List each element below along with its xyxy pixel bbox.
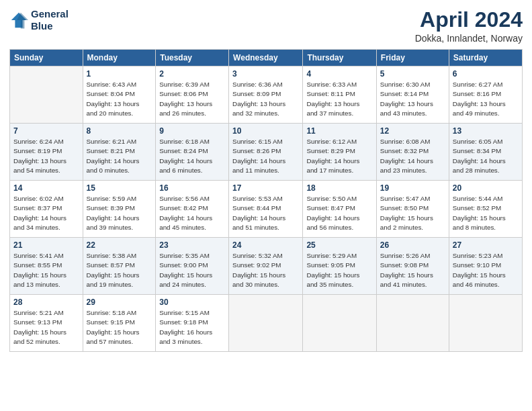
day-header-saturday: Saturday [449,50,522,66]
day-number: 17 [232,183,299,193]
day-number: 12 [380,126,445,136]
day-info: Sunrise: 6:02 AM Sunset: 8:37 PM Dayligh… [13,194,79,232]
day-info: Sunrise: 5:35 AM Sunset: 9:00 PM Dayligh… [159,251,225,289]
calendar-week-3: 14Sunrise: 6:02 AM Sunset: 8:37 PM Dayli… [10,181,523,238]
calendar-day [229,295,303,352]
day-info: Sunrise: 5:41 AM Sunset: 8:55 PM Dayligh… [13,251,79,289]
calendar-day: 21Sunrise: 5:41 AM Sunset: 8:55 PM Dayli… [10,238,83,295]
calendar-day: 4Sunrise: 6:33 AM Sunset: 8:11 PM Daylig… [303,66,376,124]
day-header-friday: Friday [376,50,449,66]
day-info: Sunrise: 6:24 AM Sunset: 8:19 PM Dayligh… [13,137,79,175]
calendar-day: 2Sunrise: 6:39 AM Sunset: 8:06 PM Daylig… [156,66,229,124]
calendar-day: 25Sunrise: 5:29 AM Sunset: 9:05 PM Dayli… [303,238,376,295]
calendar-week-2: 7Sunrise: 6:24 AM Sunset: 8:19 PM Daylig… [10,124,523,181]
calendar-week-5: 28Sunrise: 5:21 AM Sunset: 9:13 PM Dayli… [10,295,523,352]
calendar-day: 23Sunrise: 5:35 AM Sunset: 9:00 PM Dayli… [156,238,229,295]
calendar-day: 5Sunrise: 6:30 AM Sunset: 8:14 PM Daylig… [376,66,449,124]
day-number: 26 [380,240,445,250]
day-info: Sunrise: 6:15 AM Sunset: 8:26 PM Dayligh… [232,137,299,175]
day-info: Sunrise: 6:33 AM Sunset: 8:11 PM Dayligh… [306,80,372,118]
calendar-day: 15Sunrise: 5:59 AM Sunset: 8:39 PM Dayli… [83,181,156,238]
day-info: Sunrise: 5:21 AM Sunset: 9:13 PM Dayligh… [13,308,79,347]
day-number: 15 [87,183,152,193]
day-number: 13 [453,126,519,136]
day-number: 1 [87,69,152,79]
day-header-sunday: Sunday [10,50,83,66]
subtitle: Dokka, Innlandet, Norway [415,33,523,44]
day-info: Sunrise: 6:30 AM Sunset: 8:14 PM Dayligh… [380,80,445,118]
day-info: Sunrise: 5:50 AM Sunset: 8:47 PM Dayligh… [306,194,372,232]
day-info: Sunrise: 5:32 AM Sunset: 9:02 PM Dayligh… [232,251,299,289]
day-info: Sunrise: 5:29 AM Sunset: 9:05 PM Dayligh… [306,251,372,289]
calendar-day: 10Sunrise: 6:15 AM Sunset: 8:26 PM Dayli… [229,124,303,181]
day-info: Sunrise: 6:21 AM Sunset: 8:21 PM Dayligh… [87,137,152,175]
calendar-day: 27Sunrise: 5:23 AM Sunset: 9:10 PM Dayli… [449,238,522,295]
calendar-day: 17Sunrise: 5:53 AM Sunset: 8:44 PM Dayli… [229,181,303,238]
calendar-day: 19Sunrise: 5:47 AM Sunset: 8:50 PM Dayli… [376,181,449,238]
page-container: General Blue April 2024 Dokka, Innlandet… [0,0,532,359]
day-number: 23 [159,240,225,250]
calendar-day: 9Sunrise: 6:18 AM Sunset: 8:24 PM Daylig… [156,124,229,181]
day-number: 3 [232,69,299,79]
day-info: Sunrise: 5:56 AM Sunset: 8:42 PM Dayligh… [159,194,225,232]
day-number: 4 [306,69,372,79]
logo-text-line2: Blue [31,20,69,32]
calendar-day: 24Sunrise: 5:32 AM Sunset: 9:02 PM Dayli… [229,238,303,295]
calendar-table: SundayMondayTuesdayWednesdayThursdayFrid… [9,49,523,352]
day-number: 16 [159,183,225,193]
calendar-header-row: SundayMondayTuesdayWednesdayThursdayFrid… [10,50,523,66]
day-header-thursday: Thursday [303,50,376,66]
day-info: Sunrise: 6:36 AM Sunset: 8:09 PM Dayligh… [232,80,299,118]
day-number: 28 [13,298,79,307]
day-info: Sunrise: 5:47 AM Sunset: 8:50 PM Dayligh… [380,194,445,232]
day-header-monday: Monday [83,50,156,66]
day-info: Sunrise: 6:43 AM Sunset: 8:04 PM Dayligh… [87,80,152,118]
calendar-day: 11Sunrise: 6:12 AM Sunset: 8:29 PM Dayli… [303,124,376,181]
calendar-day: 13Sunrise: 6:05 AM Sunset: 8:34 PM Dayli… [449,124,522,181]
title-block: April 2024 Dokka, Innlandet, Norway [415,8,523,44]
calendar-day [449,295,522,352]
day-number: 14 [13,183,79,193]
calendar-day: 30Sunrise: 5:15 AM Sunset: 9:18 PM Dayli… [156,295,229,352]
day-number: 18 [306,183,372,193]
calendar-day [303,295,376,352]
logo-icon [9,11,28,30]
calendar-day: 22Sunrise: 5:38 AM Sunset: 8:57 PM Dayli… [83,238,156,295]
header: General Blue April 2024 Dokka, Innlandet… [9,8,523,44]
day-number: 27 [453,240,519,250]
calendar-day: 26Sunrise: 5:26 AM Sunset: 9:08 PM Dayli… [376,238,449,295]
day-number: 6 [453,69,519,79]
day-number: 30 [159,298,225,307]
calendar-day: 12Sunrise: 6:08 AM Sunset: 8:32 PM Dayli… [376,124,449,181]
calendar-day: 14Sunrise: 6:02 AM Sunset: 8:37 PM Dayli… [10,181,83,238]
day-header-tuesday: Tuesday [156,50,229,66]
calendar-day: 29Sunrise: 5:18 AM Sunset: 9:15 PM Dayli… [83,295,156,352]
day-number: 22 [87,240,152,250]
day-number: 29 [87,298,152,307]
day-info: Sunrise: 5:59 AM Sunset: 8:39 PM Dayligh… [87,194,152,232]
day-number: 25 [306,240,372,250]
day-number: 21 [13,240,79,250]
calendar-day [10,66,83,124]
day-info: Sunrise: 5:18 AM Sunset: 9:15 PM Dayligh… [87,308,152,347]
calendar-day: 7Sunrise: 6:24 AM Sunset: 8:19 PM Daylig… [10,124,83,181]
day-info: Sunrise: 6:39 AM Sunset: 8:06 PM Dayligh… [159,80,225,118]
main-title: April 2024 [415,8,523,32]
logo: General Blue [9,8,69,32]
calendar-day: 20Sunrise: 5:44 AM Sunset: 8:52 PM Dayli… [449,181,522,238]
day-info: Sunrise: 5:44 AM Sunset: 8:52 PM Dayligh… [453,194,519,232]
calendar-week-4: 21Sunrise: 5:41 AM Sunset: 8:55 PM Dayli… [10,238,523,295]
day-info: Sunrise: 6:18 AM Sunset: 8:24 PM Dayligh… [159,137,225,175]
day-number: 20 [453,183,519,193]
day-number: 19 [380,183,445,193]
day-number: 5 [380,69,445,79]
day-info: Sunrise: 5:23 AM Sunset: 9:10 PM Dayligh… [453,251,519,289]
calendar-day: 18Sunrise: 5:50 AM Sunset: 8:47 PM Dayli… [303,181,376,238]
logo-text-line1: General [31,8,69,20]
calendar-day: 16Sunrise: 5:56 AM Sunset: 8:42 PM Dayli… [156,181,229,238]
calendar-day: 28Sunrise: 5:21 AM Sunset: 9:13 PM Dayli… [10,295,83,352]
day-number: 7 [13,126,79,136]
day-info: Sunrise: 6:12 AM Sunset: 8:29 PM Dayligh… [306,137,372,175]
calendar-day: 6Sunrise: 6:27 AM Sunset: 8:16 PM Daylig… [449,66,522,124]
day-info: Sunrise: 6:27 AM Sunset: 8:16 PM Dayligh… [453,80,519,118]
